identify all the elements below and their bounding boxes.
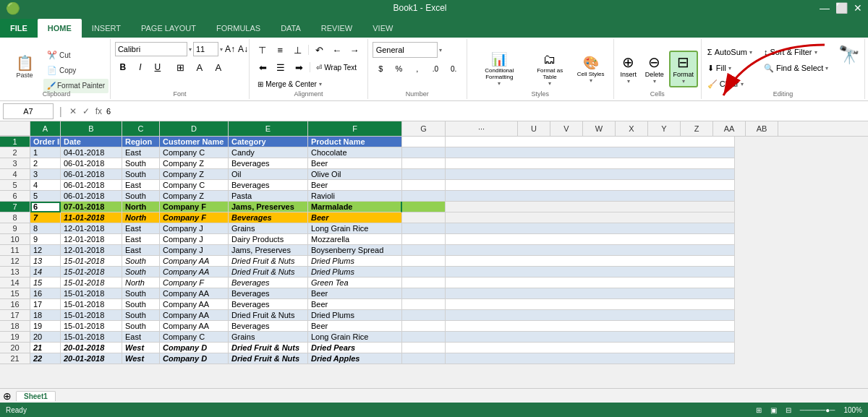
wrap-text-button[interactable]: ⏎ Wrap Text xyxy=(312,59,360,75)
cell-rest5[interactable] xyxy=(446,180,735,191)
cell-c18[interactable]: South xyxy=(122,321,160,332)
cell-rest15[interactable] xyxy=(446,288,735,299)
cell-d15[interactable]: Company AA xyxy=(160,288,229,299)
cell-c14[interactable]: North xyxy=(122,278,160,288)
cell-b4[interactable]: 06-01-2018 xyxy=(61,169,122,180)
cell-e17[interactable]: Dried Fruit & Nuts xyxy=(229,310,308,321)
cell-e5[interactable]: Beverages xyxy=(229,180,308,191)
cell-g7[interactable] xyxy=(402,202,446,212)
name-box[interactable] xyxy=(3,103,54,119)
cell-a9[interactable]: 8 xyxy=(30,223,61,234)
cell-c3[interactable]: South xyxy=(122,158,160,169)
cell-a11[interactable]: 12 xyxy=(30,245,61,256)
cell-g2[interactable] xyxy=(402,147,446,158)
cell-rest7[interactable] xyxy=(446,202,735,212)
view-layout-icon[interactable]: ▣ xyxy=(770,406,777,414)
cell-e19[interactable]: Grains xyxy=(229,332,308,343)
cell-rest14[interactable] xyxy=(446,278,735,288)
cell-d2[interactable]: Company C xyxy=(160,147,229,158)
cell-a8[interactable]: 7 xyxy=(30,212,61,223)
col-header-u[interactable]: U xyxy=(518,121,550,136)
sheet-tab-1[interactable]: Sheet1 xyxy=(16,391,56,401)
cell-d8[interactable]: Company F xyxy=(160,212,229,223)
cell-d21[interactable]: Company D xyxy=(160,353,229,364)
row-header-5[interactable]: 5 xyxy=(0,180,30,191)
tab-view[interactable]: VIEW xyxy=(362,19,403,38)
cell-c1[interactable]: Region xyxy=(122,137,160,147)
increase-font-button[interactable]: A↑ xyxy=(224,43,236,55)
cell-f8[interactable]: Beer xyxy=(308,212,402,223)
cell-b9[interactable]: 12-01-2018 xyxy=(61,223,122,234)
find-select-button[interactable]: 🔍 Find & Select ▾ xyxy=(760,61,832,75)
cell-c11[interactable]: East xyxy=(122,245,160,256)
cell-c15[interactable]: South xyxy=(122,288,160,299)
cell-f4[interactable]: Olive Oil xyxy=(308,169,402,180)
cell-c17[interactable]: South xyxy=(122,310,160,321)
col-header-v[interactable]: V xyxy=(550,121,583,136)
fill-color-button[interactable]: A xyxy=(191,59,208,75)
cell-c12[interactable]: South xyxy=(122,256,160,267)
col-header-b[interactable]: B xyxy=(61,121,122,136)
number-format-input[interactable] xyxy=(373,42,438,58)
col-header-aa[interactable]: AA xyxy=(713,121,746,136)
cell-b5[interactable]: 06-01-2018 xyxy=(61,180,122,191)
cell-a19[interactable]: 20 xyxy=(30,332,61,343)
add-sheet-button[interactable]: ⊕ xyxy=(3,390,12,402)
cell-g19[interactable] xyxy=(402,332,446,343)
cell-g16[interactable] xyxy=(402,299,446,310)
cell-f6[interactable]: Ravioli xyxy=(308,191,402,202)
cell-e8[interactable]: Beverages xyxy=(229,212,308,223)
cell-rest11[interactable] xyxy=(446,245,735,256)
cell-d5[interactable]: Company C xyxy=(160,180,229,191)
tab-formulas[interactable]: FORMULAS xyxy=(206,19,271,38)
tab-home[interactable]: HOME xyxy=(38,19,82,38)
cell-g12[interactable] xyxy=(402,256,446,267)
row-header-11[interactable]: 11 xyxy=(0,245,30,256)
cell-b21[interactable]: 20-01-2018 xyxy=(61,353,122,364)
cell-a10[interactable]: 9 xyxy=(30,234,61,245)
cell-g11[interactable] xyxy=(402,245,446,256)
col-header-x[interactable]: X xyxy=(616,121,648,136)
cell-a16[interactable]: 17 xyxy=(30,299,61,310)
cell-f18[interactable]: Beer xyxy=(308,321,402,332)
cell-c20[interactable]: West xyxy=(122,343,160,353)
insert-function-icon[interactable]: fx xyxy=(94,105,103,118)
row-header-9[interactable]: 9 xyxy=(0,223,30,234)
cell-e12[interactable]: Dried Fruit & Nuts xyxy=(229,256,308,267)
cell-g13[interactable] xyxy=(402,267,446,278)
row-header-15[interactable]: 15 xyxy=(0,288,30,299)
row-header-16[interactable]: 16 xyxy=(0,299,30,310)
cell-c9[interactable]: East xyxy=(122,223,160,234)
merge-dropdown[interactable]: ▾ xyxy=(319,81,322,87)
cell-a7[interactable]: 6 xyxy=(30,202,61,212)
cell-d1[interactable]: Customer Name xyxy=(160,137,229,147)
row-header-12[interactable]: 12 xyxy=(0,256,30,267)
cell-d17[interactable]: Company AA xyxy=(160,310,229,321)
col-header-ab[interactable]: AB xyxy=(746,121,778,136)
cf-dropdown[interactable]: ▾ xyxy=(498,80,501,87)
cell-rest18[interactable] xyxy=(446,321,735,332)
cell-d11[interactable]: Company J xyxy=(160,245,229,256)
cell-d10[interactable]: Company J xyxy=(160,234,229,245)
align-bottom-button[interactable]: ⊥ xyxy=(289,42,306,58)
cell-b6[interactable]: 06-01-2018 xyxy=(61,191,122,202)
cell-c10[interactable]: East xyxy=(122,234,160,245)
cell-a2[interactable]: 1 xyxy=(30,147,61,158)
cell-e20[interactable]: Dried Fruit & Nuts xyxy=(229,343,308,353)
cell-a12[interactable]: 13 xyxy=(30,256,61,267)
cell-g1[interactable] xyxy=(402,137,446,147)
cell-rest9[interactable] xyxy=(446,223,735,234)
cell-b16[interactable]: 15-01-2018 xyxy=(61,299,122,310)
cell-b12[interactable]: 15-01-2018 xyxy=(61,256,122,267)
copy-button[interactable]: 📄 Copy xyxy=(43,64,109,78)
view-normal-icon[interactable]: ⊞ xyxy=(756,406,762,414)
cell-a18[interactable]: 19 xyxy=(30,321,61,332)
cell-e4[interactable]: Oil xyxy=(229,169,308,180)
cell-a13[interactable]: 14 xyxy=(30,267,61,278)
cell-e7[interactable]: Jams, Preserves xyxy=(229,202,308,212)
borders-button[interactable]: ⊞ xyxy=(172,59,190,75)
cell-b2[interactable]: 04-01-2018 xyxy=(61,147,122,158)
row-header-13[interactable]: 13 xyxy=(0,267,30,278)
font-name-dropdown[interactable]: ▾ xyxy=(189,46,192,53)
cell-b7[interactable]: 07-01-2018 xyxy=(61,202,122,212)
